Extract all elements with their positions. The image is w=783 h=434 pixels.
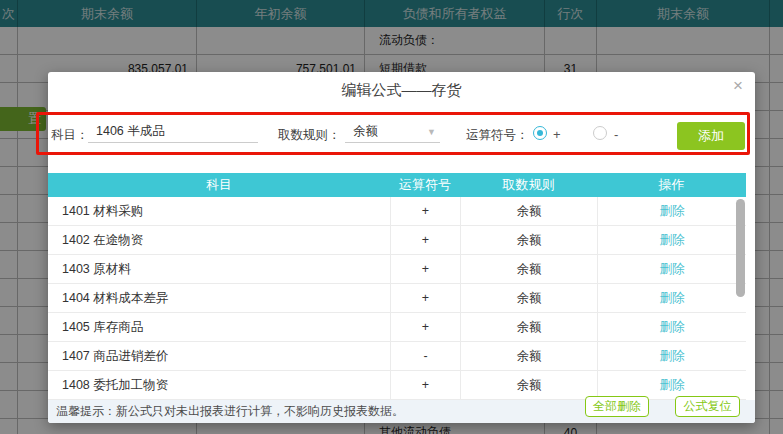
row-actions: 删除 — [597, 342, 746, 371]
row-subject: 1404 材料成本差异 — [48, 284, 390, 313]
delete-link[interactable]: 删除 — [660, 377, 685, 394]
radio-plus[interactable] — [533, 126, 547, 140]
row-rule: 余额 — [460, 342, 597, 371]
radio-minus-label: - — [614, 127, 618, 142]
table-row: 1407 商品进销差价-余额删除 — [48, 342, 746, 371]
col-header-subject: 科目 — [48, 173, 390, 197]
footer-tip: 温馨提示：新公式只对未出报表进行计算，不影响历史报表数据。 — [56, 400, 404, 423]
subject-label: 科目： — [51, 127, 89, 144]
row-subject: 1408 委托加工物资 — [48, 371, 390, 400]
row-operator: + — [390, 371, 460, 400]
row-operator: + — [390, 284, 460, 313]
delete-link[interactable]: 删除 — [660, 203, 685, 220]
row-actions: 删除 — [597, 284, 746, 313]
row-actions: 删除 — [597, 255, 746, 284]
row-operator: + — [390, 255, 460, 284]
table-row: 1404 材料成本差异+余额删除 — [48, 284, 746, 313]
row-actions: 删除 — [597, 226, 746, 255]
table-row: 1402 在途物资+余额删除 — [48, 226, 746, 255]
delete-all-button[interactable]: 全部删除 — [585, 396, 649, 417]
row-operator: + — [390, 226, 460, 255]
delete-link[interactable]: 删除 — [660, 319, 685, 336]
rule-label: 取数规则： — [278, 127, 341, 144]
row-rule: 余额 — [460, 371, 597, 400]
edit-formula-modal: 编辑公式——存货 × 科目： 1406 半成品 取数规则： 余额 ▼ 运算符号：… — [48, 72, 755, 423]
scrollbar-thumb[interactable] — [736, 199, 745, 297]
row-rule: 余额 — [460, 197, 597, 226]
modal-title: 编辑公式——存货 — [48, 81, 755, 100]
chevron-down-icon: ▼ — [427, 121, 436, 143]
radio-plus-label: + — [553, 127, 561, 142]
rule-select-value: 余额 — [353, 124, 378, 138]
row-operator: - — [390, 342, 460, 371]
row-rule: 余额 — [460, 313, 597, 342]
radio-minus[interactable] — [593, 126, 607, 140]
row-subject: 1405 库存商品 — [48, 313, 390, 342]
formula-table-header: 科目 运算符号 取数规则 操作 — [48, 173, 746, 197]
table-row: 1403 原材料+余额删除 — [48, 255, 746, 284]
row-subject: 1407 商品进销差价 — [48, 342, 390, 371]
row-subject: 1403 原材料 — [48, 255, 390, 284]
col-header-operator: 运算符号 — [390, 173, 460, 197]
row-rule: 余额 — [460, 226, 597, 255]
row-rule: 余额 — [460, 284, 597, 313]
subject-input[interactable]: 1406 半成品 — [88, 120, 258, 143]
row-rule: 余额 — [460, 255, 597, 284]
col-header-actions: 操作 — [597, 173, 746, 197]
rule-select[interactable]: 余额 ▼ — [345, 120, 440, 143]
delete-link[interactable]: 删除 — [660, 261, 685, 278]
operator-label: 运算符号： — [466, 127, 529, 144]
row-subject: 1401 材料采购 — [48, 197, 390, 226]
row-subject: 1402 在途物资 — [48, 226, 390, 255]
close-icon[interactable]: × — [733, 76, 743, 96]
formula-table-body: 1401 材料采购+余额删除1402 在途物资+余额删除1403 原材料+余额删… — [48, 197, 746, 400]
add-button[interactable]: 添加 — [677, 122, 745, 150]
delete-link[interactable]: 删除 — [660, 348, 685, 365]
row-actions: 删除 — [597, 197, 746, 226]
delete-link[interactable]: 删除 — [660, 290, 685, 307]
table-row: 1405 库存商品+余额删除 — [48, 313, 746, 342]
radio-selected-dot — [537, 130, 543, 136]
row-operator: + — [390, 313, 460, 342]
table-row: 1401 材料采购+余额删除 — [48, 197, 746, 226]
col-header-rule: 取数规则 — [460, 173, 597, 197]
delete-link[interactable]: 删除 — [660, 232, 685, 249]
row-operator: + — [390, 197, 460, 226]
modal-footer: 温馨提示：新公式只对未出报表进行计算，不影响历史报表数据。 全部删除 公式复位 — [48, 400, 755, 423]
formula-reset-button[interactable]: 公式复位 — [675, 396, 740, 417]
row-actions: 删除 — [597, 313, 746, 342]
